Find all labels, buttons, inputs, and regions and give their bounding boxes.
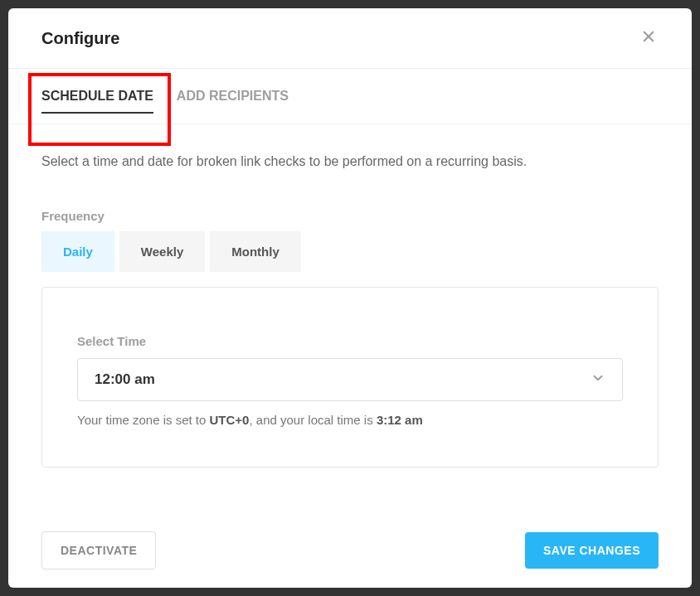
timezone-info: Your time zone is set to UTC+0, and your… bbox=[77, 413, 623, 427]
frequency-daily[interactable]: Daily bbox=[41, 231, 114, 272]
tab-schedule-date[interactable]: SCHEDULE DATE bbox=[41, 69, 153, 124]
frequency-monthly[interactable]: Monthly bbox=[210, 231, 301, 272]
time-panel: Select Time 12:00 am Your time zone is s… bbox=[41, 287, 659, 468]
description-text: Select a time and date for broken link c… bbox=[41, 154, 659, 169]
frequency-label: Frequency bbox=[41, 209, 659, 223]
tz-value: UTC+0 bbox=[210, 413, 250, 427]
chevron-down-icon bbox=[591, 371, 605, 389]
frequency-weekly[interactable]: Weekly bbox=[119, 231, 205, 272]
close-button[interactable] bbox=[639, 28, 659, 48]
time-select-value: 12:00 am bbox=[95, 371, 155, 388]
tz-local: 3:12 am bbox=[377, 413, 423, 427]
modal-header: Configure bbox=[8, 8, 692, 69]
save-changes-button[interactable]: SAVE CHANGES bbox=[525, 532, 659, 569]
deactivate-button[interactable]: DEACTIVATE bbox=[41, 531, 156, 569]
close-icon bbox=[641, 29, 656, 47]
frequency-group: Daily Weekly Monthly bbox=[41, 231, 659, 272]
tz-mid: , and your local time is bbox=[249, 413, 376, 427]
modal-body: Select a time and date for broken link c… bbox=[8, 124, 692, 468]
modal-footer: DEACTIVATE SAVE CHANGES bbox=[41, 531, 659, 569]
tab-add-recipients[interactable]: ADD RECIPIENTS bbox=[177, 69, 289, 124]
select-time-label: Select Time bbox=[77, 334, 623, 348]
configure-modal: Configure SCHEDULE DATE ADD RECIPIENTS S… bbox=[8, 8, 692, 588]
tz-prefix: Your time zone is set to bbox=[77, 413, 210, 427]
time-select[interactable]: 12:00 am bbox=[77, 358, 623, 401]
modal-title: Configure bbox=[41, 29, 119, 48]
tabs: SCHEDULE DATE ADD RECIPIENTS bbox=[8, 69, 692, 124]
